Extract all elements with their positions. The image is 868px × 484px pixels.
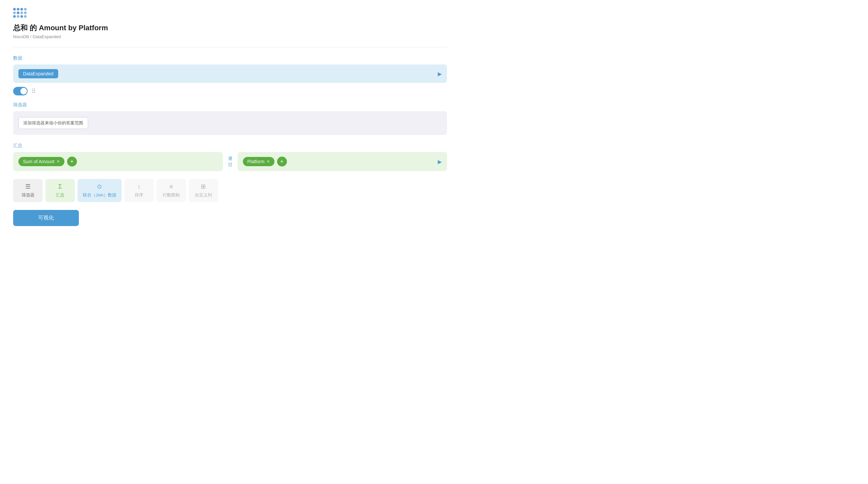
data-row: DataExpanded ▶ (13, 64, 447, 83)
summary-tool-icon: Σ (58, 183, 62, 190)
limit-tool-icon: ≡ (169, 183, 173, 190)
add-platform-button[interactable]: + (277, 156, 287, 167)
summary-section: 汇总 Sum of Amount ✕ + 通 过 Platform ✕ (13, 143, 447, 171)
breadcrumb: NocoDB / DataExpanded (13, 34, 447, 39)
breadcrumb-sep: / (29, 34, 33, 39)
data-section: 数据 DataExpanded ▶ ⠿ (13, 55, 447, 95)
filter-tool-icon: ☰ (25, 183, 31, 190)
logo-area (13, 8, 447, 18)
sum-of-amount-label: Sum of Amount (23, 159, 55, 164)
sort-tool-icon: ↕ (137, 183, 140, 190)
visualize-button[interactable]: 可视化 (13, 210, 79, 226)
platform-tag: Platform ✕ (243, 157, 274, 166)
data-section-label: 数据 (13, 55, 447, 61)
toggle-row: ⠿ (13, 87, 447, 95)
platform-group: Platform ✕ + (243, 156, 287, 167)
summary-row: Sum of Amount ✕ + 通 过 Platform ✕ + ▶ (13, 152, 447, 171)
breadcrumb-table: DataExpanded (33, 34, 61, 39)
sort-tool-button[interactable]: ↕ 排序 (124, 179, 154, 202)
platform-label: Platform (247, 159, 265, 164)
through-label: 通 过 (223, 152, 238, 171)
summary-left-panel: Sum of Amount ✕ + (13, 152, 223, 171)
custom-col-tool-label: 自定义列 (195, 192, 212, 198)
sum-of-amount-tag: Sum of Amount ✕ (19, 157, 64, 166)
toggle-button[interactable] (13, 87, 28, 95)
toolbar: ☰ 筛选器 Σ 汇总 ⊙ 联合（Join）数据 ↕ 排序 ≡ 行数限制 ⊞ 自定… (13, 179, 447, 202)
summary-right-panel: Platform ✕ + ▶ (238, 152, 447, 171)
join-tool-icon: ⊙ (97, 183, 102, 190)
filter-box: 添加筛选器来缩小你的答案范围 (13, 111, 447, 135)
grid-icon[interactable]: ⠿ (32, 87, 36, 95)
filter-tool-button[interactable]: ☰ 筛选器 (13, 179, 43, 202)
summary-tool-label: 汇总 (56, 192, 64, 198)
summary-arrow-right-icon[interactable]: ▶ (438, 159, 442, 165)
limit-tool-label: 行数限制 (163, 192, 180, 198)
add-sum-button[interactable]: + (67, 156, 77, 167)
sum-of-amount-remove-icon[interactable]: ✕ (57, 159, 60, 164)
join-tool-label: 联合（Join）数据 (83, 192, 116, 198)
join-tool-button[interactable]: ⊙ 联合（Join）数据 (78, 179, 122, 202)
filter-section-label: 筛选器 (13, 102, 447, 108)
summary-section-label: 汇总 (13, 143, 447, 149)
custom-col-tool-button[interactable]: ⊞ 自定义列 (189, 179, 218, 202)
logo-icon (13, 8, 26, 18)
summary-tool-button[interactable]: Σ 汇总 (45, 179, 75, 202)
sort-tool-label: 排序 (135, 192, 143, 198)
data-tag[interactable]: DataExpanded (19, 69, 58, 78)
data-arrow-right-icon[interactable]: ▶ (438, 71, 442, 77)
toggle-circle (20, 88, 27, 94)
limit-tool-button[interactable]: ≡ 行数限制 (156, 179, 186, 202)
page-title: 总和 的 Amount by Platform (13, 23, 447, 33)
filter-tool-label: 筛选器 (22, 192, 34, 198)
custom-col-tool-icon: ⊞ (201, 183, 206, 190)
add-filter-button[interactable]: 添加筛选器来缩小你的答案范围 (19, 117, 88, 129)
breadcrumb-db: NocoDB (13, 34, 29, 39)
filter-section: 筛选器 添加筛选器来缩小你的答案范围 (13, 102, 447, 135)
platform-remove-icon[interactable]: ✕ (267, 159, 270, 164)
